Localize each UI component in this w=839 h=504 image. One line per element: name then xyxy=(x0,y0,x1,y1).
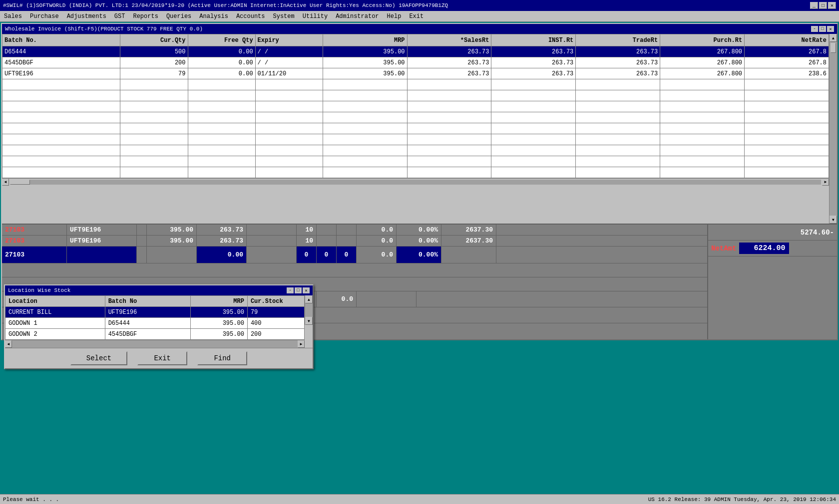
menu-sales[interactable]: Sales xyxy=(0,12,26,21)
menu-adjustments[interactable]: Adjustments xyxy=(63,12,110,21)
sub-title-bar: Wholesale Invoice (Shift-F5)(PRODUCT STO… xyxy=(2,24,837,34)
window-maximize[interactable]: □ xyxy=(819,26,826,32)
br2-col1: 27103 xyxy=(2,236,67,246)
v-scrollbar[interactable]: ▲ ▼ xyxy=(829,34,837,224)
menu-exit[interactable]: Exit xyxy=(405,12,427,21)
window-minimize[interactable]: - xyxy=(811,26,818,32)
col-header-purchrt: Purch.Rt xyxy=(660,34,745,46)
menu-administrator[interactable]: Adminstrator xyxy=(332,12,383,21)
cell-location: GODOWN 1 xyxy=(5,318,105,329)
menu-bar: Sales Purchase Adjustments GST Reports Q… xyxy=(0,11,839,22)
br3-col4[interactable]: 0.00 xyxy=(197,247,247,263)
v-scroll-thumb[interactable] xyxy=(831,43,836,53)
br2-col5: 10 xyxy=(297,236,317,246)
net-amt-val[interactable]: 6224.00 xyxy=(739,243,789,254)
br2-spacer xyxy=(137,236,147,246)
br3-col6[interactable]: 0 xyxy=(317,247,337,263)
br2-col4: 263.73 xyxy=(197,236,247,246)
net-amt-label: NetAmt xyxy=(711,245,736,252)
dialog-h-scroll-right[interactable]: ► xyxy=(298,340,305,348)
maximize-icon[interactable]: □ xyxy=(819,2,827,9)
cell-mrp: 395.00 xyxy=(190,329,247,340)
find-button[interactable]: Find xyxy=(197,351,247,365)
menu-queries[interactable]: Queries xyxy=(162,12,195,21)
cell-batch: 4545DBGF xyxy=(2,57,120,68)
cell-netrate: 238.6 xyxy=(745,68,829,79)
menu-reports[interactable]: Reports xyxy=(129,12,162,21)
br1-spacer xyxy=(137,225,147,235)
br3-spacer3 xyxy=(247,247,297,263)
br3-col2[interactable] xyxy=(67,247,137,263)
br1-col8: 2637.30 xyxy=(441,225,496,235)
v-scroll-up[interactable]: ▲ xyxy=(830,34,837,42)
menu-utility[interactable]: Utility xyxy=(299,12,332,21)
minimize-icon[interactable]: _ xyxy=(810,2,818,9)
cell-curstock: 200 xyxy=(247,329,304,340)
cell-batchno: 4545DBGF xyxy=(105,329,190,340)
cell-tradert: 263.73 xyxy=(576,57,660,68)
select-button[interactable]: Select xyxy=(70,351,127,365)
br3-col1[interactable]: 27103 xyxy=(2,247,67,263)
dialog-button-bar: Select Exit Find xyxy=(5,348,313,368)
v-scroll-track[interactable] xyxy=(830,42,837,216)
dialog-minimize[interactable]: - xyxy=(287,287,294,293)
h-scroll-track[interactable] xyxy=(10,180,821,185)
menu-accounts[interactable]: Accounts xyxy=(232,12,269,21)
col-header-expiry: Expiry xyxy=(255,34,323,46)
br3-col5[interactable]: 0 xyxy=(297,247,317,263)
br3-spacer xyxy=(137,247,147,263)
dialog-scroll-down[interactable]: ▼ xyxy=(305,317,313,325)
table-scroll-area: Batch No. Cur.Qty Free Qty Expiry MRP *S… xyxy=(2,34,829,224)
table-row-empty xyxy=(2,167,829,178)
table-row[interactable]: UFT9E196 79 0.00 01/11/20 395.00 263.73 … xyxy=(2,68,829,79)
cell-curqty: 200 xyxy=(120,57,188,68)
dialog-controls[interactable]: - □ ✕ xyxy=(287,287,310,293)
close-icon[interactable]: ✕ xyxy=(828,2,836,9)
dialog-table-row[interactable]: CURRENT BILL UFT9E196 395.00 79 xyxy=(5,307,305,318)
br3-col7[interactable]: 0 xyxy=(337,247,357,263)
br2-col7: 0.00% xyxy=(397,236,441,246)
cell-freeqty: 0.00 xyxy=(188,68,255,79)
h-scroll-right[interactable]: ► xyxy=(822,179,829,186)
v-scroll-down[interactable]: ▼ xyxy=(830,216,837,224)
cell-tradert: 263.73 xyxy=(576,46,660,57)
table-row[interactable]: 4545DBGF 200 0.00 / / 395.00 263.73 263.… xyxy=(2,57,829,68)
menu-analysis[interactable]: Analysis xyxy=(195,12,232,21)
cell-instrt: 263.73 xyxy=(491,46,576,57)
dialog-v-scrollbar[interactable]: ▲ ▼ xyxy=(305,295,313,325)
h-scroll-thumb[interactable] xyxy=(10,180,30,185)
window-close[interactable]: ✕ xyxy=(827,26,834,32)
dialog-title-text: Location Wise Stock xyxy=(8,287,70,293)
dialog-table-row[interactable]: GODOWN 1 D65444 395.00 400 xyxy=(5,318,305,329)
cell-batchno: D65444 xyxy=(105,318,190,329)
dialog-scroll-up[interactable]: ▲ xyxy=(305,295,313,303)
exit-button[interactable]: Exit xyxy=(137,351,187,365)
h-scrollbar[interactable]: ◄ ► xyxy=(2,178,829,185)
br3-col9[interactable]: 0.00% xyxy=(397,247,441,263)
menu-gst[interactable]: GST xyxy=(110,12,129,21)
br2-col8: 2637.30 xyxy=(441,236,496,246)
dialog-h-scroll-left[interactable]: ◄ xyxy=(5,340,12,348)
menu-purchase[interactable]: Purchase xyxy=(26,12,63,21)
bottom-row-3: 27103 0.00 0 0 0 0.0 0.00% xyxy=(2,247,707,263)
br2-col6: 0.0 xyxy=(357,236,397,246)
dialog-maximize[interactable]: □ xyxy=(295,287,302,293)
br1-col7: 0.00% xyxy=(397,225,441,235)
right-summary-panel: 5274.60 - NetAmt 6224.00 xyxy=(707,225,837,339)
h-scroll-left[interactable]: ◄ xyxy=(2,179,9,186)
menu-system[interactable]: System xyxy=(269,12,299,21)
br2-spacer4 xyxy=(337,236,357,246)
dialog-scroll-track[interactable] xyxy=(305,303,313,317)
br1-spacer3 xyxy=(317,225,337,235)
table-row-empty xyxy=(2,101,829,112)
menu-help[interactable]: Help xyxy=(383,12,406,21)
dialog-title-bar: Location Wise Stock - □ ✕ xyxy=(5,285,313,295)
dialog-h-scrollbar[interactable]: ◄ ► xyxy=(5,340,305,348)
table-row[interactable]: D65444 500 0.00 / / 395.00 263.73 263.73… xyxy=(2,46,829,57)
window-controls[interactable]: - □ ✕ xyxy=(811,26,834,32)
dialog-close[interactable]: ✕ xyxy=(303,287,310,293)
dialog-table-row[interactable]: GODOWN 2 4545DBGF 395.00 200 xyxy=(5,329,305,340)
dialog-h-scroll-track[interactable] xyxy=(12,340,298,348)
title-bar-controls[interactable]: _ □ ✕ xyxy=(810,2,836,9)
status-left: Please wait . . . xyxy=(3,497,59,503)
